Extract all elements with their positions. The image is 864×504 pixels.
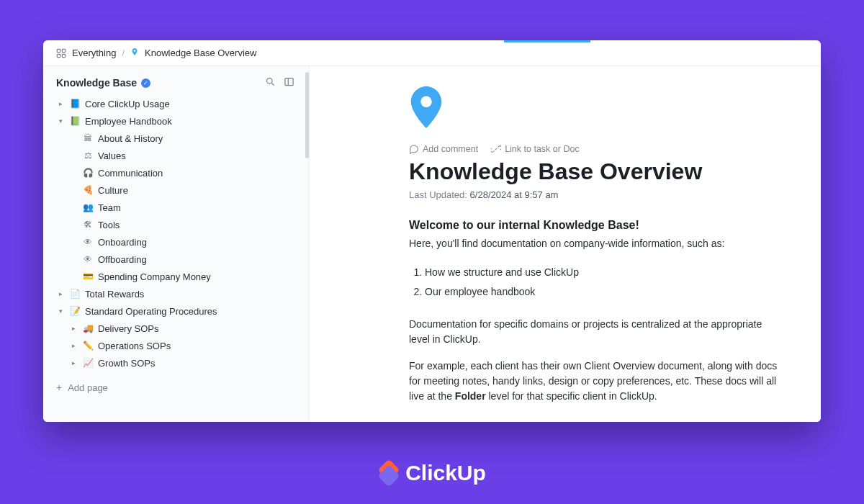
comment-icon bbox=[409, 144, 419, 154]
brand-footer: ClickUp bbox=[0, 461, 864, 485]
node-icon: 🚚 bbox=[82, 323, 94, 333]
sidebar-item-label: Onboarding bbox=[98, 237, 147, 248]
sidebar-item[interactable]: ▸🍕Culture bbox=[50, 181, 302, 199]
sidebar-item[interactable]: ▸⚖Values bbox=[50, 147, 302, 164]
doc-paragraph: Here, you'll find documentation on compa… bbox=[409, 236, 785, 251]
sidebar-item[interactable]: ▸👁Onboarding bbox=[50, 233, 302, 251]
sidebar-item-label: Core ClickUp Usage bbox=[85, 99, 170, 109]
sidebar-item[interactable]: ▸📄Total Rewards bbox=[50, 285, 302, 302]
sidebar-item-label: About & History bbox=[98, 133, 163, 144]
plus-icon: + bbox=[56, 382, 62, 393]
node-icon: 📘 bbox=[69, 99, 81, 109]
svg-rect-6 bbox=[284, 78, 292, 86]
sidebar-item[interactable]: ▸💳Spending Company Money bbox=[50, 268, 302, 285]
chevron-right-icon[interactable]: ▸ bbox=[69, 325, 78, 332]
doc-heading: Welcome to our internal Knowledge Base! bbox=[409, 219, 785, 232]
sidebar-item[interactable]: ▸🎧Communication bbox=[50, 164, 302, 181]
svg-rect-3 bbox=[62, 54, 65, 57]
link-icon bbox=[491, 144, 501, 154]
sidebar-item[interactable]: ▸👥Team bbox=[50, 199, 302, 216]
main-document: Add comment Link to task or Doc Knowledg… bbox=[310, 66, 821, 422]
node-icon: 🏛 bbox=[82, 133, 94, 143]
app-window: Everything / Knowledge Base Overview Kno… bbox=[43, 40, 821, 422]
add-page-label: Add page bbox=[68, 382, 108, 393]
verified-badge-icon: ✓ bbox=[141, 78, 150, 88]
add-page-button[interactable]: + Add page bbox=[43, 376, 309, 399]
sidebar-item-label: Delivery SOPs bbox=[98, 323, 159, 334]
page-title: Knowledge Base Overview bbox=[409, 158, 785, 185]
sidebar: Knowledge Base ✓ ▸📘Core ClickUp Usage▾📗E… bbox=[43, 66, 310, 422]
svg-rect-1 bbox=[62, 49, 65, 52]
panel-toggle-icon[interactable] bbox=[282, 76, 296, 89]
chevron-down-icon[interactable]: ▾ bbox=[56, 307, 65, 315]
sidebar-header: Knowledge Base ✓ bbox=[43, 66, 309, 95]
node-icon: 👥 bbox=[82, 202, 94, 212]
node-icon: 📄 bbox=[69, 289, 81, 299]
sidebar-item-label: Growth SOPs bbox=[98, 358, 155, 369]
sidebar-item-label: Spending Company Money bbox=[98, 271, 211, 282]
doc-text: level for that specific client in ClickU… bbox=[486, 390, 657, 402]
sidebar-tree: ▸📘Core ClickUp Usage▾📗Employee Handbook▸… bbox=[43, 95, 309, 376]
doc-paragraph: Documentation for specific domains or pr… bbox=[409, 317, 785, 347]
sidebar-item[interactable]: ▸📘Core ClickUp Usage bbox=[50, 95, 302, 112]
search-icon[interactable] bbox=[263, 76, 277, 89]
add-comment-label: Add comment bbox=[423, 144, 478, 154]
sidebar-item-label: Communication bbox=[98, 168, 163, 179]
brand-name: ClickUp bbox=[405, 461, 486, 485]
sidebar-item-label: Values bbox=[98, 150, 126, 161]
sidebar-item-label: Culture bbox=[98, 185, 128, 196]
doc-paragraph: For example, each client has their own C… bbox=[409, 359, 785, 404]
node-icon: 📝 bbox=[69, 306, 81, 316]
sidebar-item-label: Offboarding bbox=[98, 254, 147, 265]
chevron-right-icon[interactable]: ▸ bbox=[69, 342, 78, 349]
hero-pin-icon bbox=[409, 86, 785, 131]
node-icon: 💳 bbox=[82, 271, 94, 282]
svg-point-8 bbox=[422, 97, 431, 106]
chevron-right-icon[interactable]: ▸ bbox=[56, 100, 65, 107]
sidebar-item[interactable]: ▾📗Employee Handbook bbox=[50, 112, 302, 130]
link-task-label: Link to task or Doc bbox=[505, 144, 580, 154]
scrollbar[interactable] bbox=[305, 72, 309, 158]
top-accent-bar bbox=[504, 40, 590, 42]
sidebar-item[interactable]: ▸🚚Delivery SOPs bbox=[50, 320, 302, 337]
doc-list: How we structure and use ClickUpOur empl… bbox=[425, 263, 785, 301]
breadcrumb-separator: / bbox=[122, 48, 125, 58]
node-icon: 🛠 bbox=[82, 220, 94, 230]
sidebar-item-label: Standard Operating Procedures bbox=[85, 306, 217, 317]
pin-icon bbox=[130, 48, 139, 58]
node-icon: 📈 bbox=[82, 358, 94, 368]
meta-value: 6/28/2024 at 9:57 am bbox=[470, 189, 559, 200]
doc-action-row: Add comment Link to task or Doc bbox=[409, 144, 785, 154]
breadcrumb-current[interactable]: Knowledge Base Overview bbox=[145, 48, 256, 58]
sidebar-item-label: Employee Handbook bbox=[85, 116, 172, 127]
node-icon: 👁 bbox=[82, 254, 94, 264]
sidebar-item[interactable]: ▸📈Growth SOPs bbox=[50, 354, 302, 372]
list-item: Our employee handbook bbox=[425, 282, 785, 302]
node-icon: 📗 bbox=[69, 116, 81, 126]
breadcrumb-root[interactable]: Everything bbox=[72, 48, 116, 58]
sidebar-item-label: Operations SOPs bbox=[98, 341, 171, 351]
svg-rect-0 bbox=[57, 49, 60, 52]
node-icon: 👁 bbox=[82, 237, 94, 247]
chevron-right-icon[interactable]: ▸ bbox=[69, 359, 78, 366]
sidebar-item-label: Total Rewards bbox=[85, 289, 144, 300]
sidebar-item[interactable]: ▸🛠Tools bbox=[50, 216, 302, 233]
node-icon: 🎧 bbox=[82, 168, 94, 178]
meta-label: Last Updated: bbox=[409, 189, 467, 200]
sidebar-title: Knowledge Base bbox=[56, 77, 137, 89]
body-split: Knowledge Base ✓ ▸📘Core ClickUp Usage▾📗E… bbox=[43, 66, 821, 422]
chevron-down-icon[interactable]: ▾ bbox=[56, 117, 65, 125]
svg-point-4 bbox=[266, 78, 272, 84]
doc-meta: Last Updated: 6/28/2024 at 9:57 am bbox=[409, 189, 785, 200]
chevron-right-icon[interactable]: ▸ bbox=[56, 290, 65, 297]
add-comment-button[interactable]: Add comment bbox=[409, 144, 478, 154]
sidebar-item[interactable]: ▸👁Offboarding bbox=[50, 251, 302, 268]
link-task-button[interactable]: Link to task or Doc bbox=[491, 144, 580, 154]
sidebar-item-label: Team bbox=[98, 202, 121, 213]
sidebar-item[interactable]: ▸✏️Operations SOPs bbox=[50, 337, 302, 354]
sidebar-item[interactable]: ▾📝Standard Operating Procedures bbox=[50, 302, 302, 320]
svg-rect-2 bbox=[57, 54, 60, 57]
sidebar-item[interactable]: ▸🏛About & History bbox=[50, 130, 302, 147]
node-icon: ✏️ bbox=[82, 341, 94, 351]
grid-icon[interactable] bbox=[56, 48, 66, 58]
